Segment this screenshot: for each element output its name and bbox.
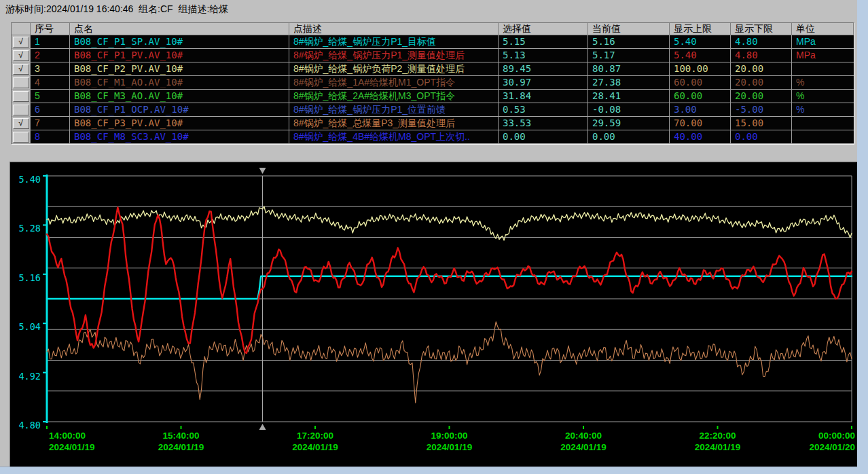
x-axis-date-label: 2024/01/19 <box>49 442 95 452</box>
point-name: B08_CF_M3_AO.AV_10# <box>70 90 289 103</box>
y-axis-label: 5.16 <box>18 272 41 283</box>
window-right-edge <box>857 0 868 474</box>
point-desc: 8#锅炉_给煤_锅炉压力P1_目标值 <box>289 35 499 48</box>
table-row[interactable]: 4B08_CF_M1_AO.AV_10#8#锅炉_给煤_1A#给煤机M1_OPT… <box>12 76 854 90</box>
point-name: B08_CF_P1_PV.AV_10# <box>70 49 289 62</box>
display-lo-limit: 20.00 <box>731 62 792 75</box>
x-axis-date-label: 2024/01/19 <box>560 442 607 452</box>
row-index: 6 <box>31 103 70 116</box>
row-checkbox[interactable] <box>12 90 31 103</box>
row-index: 8 <box>31 130 70 143</box>
point-desc: 8#锅炉_给煤_4B#给煤机M8_OPT上次切.. <box>289 130 499 143</box>
point-desc: 8#锅炉_给煤_2A#给煤机M3_OPT指令 <box>289 90 499 103</box>
display-hi-limit: 3.00 <box>670 103 731 116</box>
display-hi-limit: 5.40 <box>670 49 731 62</box>
column-header-desc: 点描述 <box>289 23 499 35</box>
x-axis-date-label: 2024/01/19 <box>158 442 204 452</box>
unit-label: % <box>792 103 854 116</box>
trend-viewer-window: 游标时间:2024/01/19 16:40:46 组名:CF 组描述:给煤 序号… <box>0 0 868 474</box>
unit-label <box>792 62 854 75</box>
x-axis-date-label: 2024/01/19 <box>695 442 741 452</box>
point-name: B08_CF_P1_OCP.AV_10# <box>70 103 289 116</box>
column-header-lolimit: 显示下限 <box>731 23 792 35</box>
trend-chart[interactable]: 5.405.285.165.044.924.8014:00:002024/01/… <box>10 162 858 467</box>
point-name: B08_CF_P1_SP.AV_10# <box>70 35 289 48</box>
table-row[interactable]: 5B08_CF_M3_AO.AV_10#8#锅炉_给煤_2A#给煤机M3_OPT… <box>12 90 854 103</box>
table-row[interactable]: √2B08_CF_P1_PV.AV_10#8#锅炉_给煤_锅炉压力P1_测量值处… <box>12 49 854 62</box>
column-header-index: 序号 <box>31 23 70 35</box>
display-lo-limit: 0.00 <box>731 130 792 143</box>
points-table: 序号 点名 点描述 选择值 当前值 显示上限 显示下限 单位 √1B08_CF_… <box>11 22 854 145</box>
x-axis-date-label: 2024/01/19 <box>427 442 473 452</box>
selected-value: 0.53 <box>499 103 588 116</box>
current-value: 28.41 <box>588 90 670 103</box>
x-axis-time-label: 14:00:00 <box>49 431 86 441</box>
table-row[interactable]: 8B08_CF_M8_SC3.AV_10#8#锅炉_给煤_4B#给煤机M8_OP… <box>12 130 854 144</box>
x-axis-time-label: 15:40:00 <box>162 431 199 441</box>
trend-chart-svg[interactable]: 5.405.285.165.044.924.8014:00:002024/01/… <box>10 162 858 467</box>
trend-curve-P2_load <box>47 206 852 240</box>
point-desc: 8#锅炉_给煤_锅炉负荷P2_测量值处理后 <box>289 62 499 75</box>
unit-label: MPa <box>792 35 854 48</box>
row-checkbox[interactable] <box>12 76 31 89</box>
x-axis-time-label: 00:00:00 <box>818 431 855 441</box>
current-value: 80.87 <box>588 62 670 75</box>
row-index: 3 <box>31 62 70 75</box>
table-row[interactable]: √3B08_CF_P2_PV.AV_10#8#锅炉_给煤_锅炉负荷P2_测量值处… <box>12 62 854 76</box>
selected-value: 0.00 <box>499 130 588 143</box>
display-lo-limit: 15.00 <box>731 117 792 130</box>
column-header-curval: 当前值 <box>588 23 670 35</box>
x-axis-time-label: 17:20:00 <box>297 431 333 441</box>
unit-label: % <box>792 76 854 89</box>
current-value: 27.38 <box>588 76 670 89</box>
display-hi-limit: 40.00 <box>670 130 731 143</box>
y-axis-label: 5.28 <box>18 223 41 234</box>
unit-label: MPa <box>792 49 854 62</box>
point-desc: 8#锅炉_给煤_总煤量P3_测量值处理后 <box>289 117 499 130</box>
row-checkbox[interactable]: √ <box>12 62 31 75</box>
window-bottom-edge <box>0 467 857 474</box>
point-name: B08_CF_P3_PV.AV_10# <box>70 117 289 130</box>
x-axis-time-label: 19:00:00 <box>431 431 467 441</box>
y-axis-label: 5.40 <box>18 174 41 185</box>
trend-curve-P1_PV_pressure <box>47 207 852 353</box>
display-hi-limit: 5.40 <box>670 35 731 48</box>
current-value: 5.17 <box>588 49 670 62</box>
unit-label: % <box>792 90 854 103</box>
row-checkbox[interactable] <box>12 103 31 116</box>
cursor-handle-top[interactable] <box>259 168 266 174</box>
row-checkbox[interactable]: √ <box>12 35 31 48</box>
x-axis-time-label: 20:40:00 <box>565 431 602 441</box>
table-row[interactable]: √1B08_CF_P1_SP.AV_10#8#锅炉_给煤_锅炉压力P1_目标值5… <box>12 35 854 49</box>
checkbox-column-header <box>12 23 31 35</box>
y-axis-label: 5.04 <box>18 321 41 332</box>
x-axis-date-label: 2024/01/20 <box>809 442 855 452</box>
row-index: 5 <box>31 90 70 103</box>
selected-value: 5.15 <box>499 35 588 48</box>
display-lo-limit: 4.80 <box>731 49 792 62</box>
cursor-time-label: 游标时间:2024/01/19 16:40:46 组名:CF 组描述:给煤 <box>5 3 228 16</box>
row-checkbox[interactable]: √ <box>12 49 31 62</box>
display-hi-limit: 60.00 <box>670 76 731 89</box>
current-value: -0.08 <box>588 103 670 116</box>
selected-value: 89.45 <box>499 62 588 75</box>
row-index: 4 <box>31 76 70 89</box>
current-value: 29.59 <box>588 117 670 130</box>
cursor-handle-bottom[interactable] <box>259 424 266 430</box>
table-row[interactable]: √7B08_CF_P3_PV.AV_10#8#锅炉_给煤_总煤量P3_测量值处理… <box>12 117 854 130</box>
y-axis-label: 4.92 <box>18 371 41 382</box>
row-checkbox[interactable] <box>12 130 31 143</box>
display-hi-limit: 70.00 <box>670 117 731 130</box>
row-checkbox[interactable]: √ <box>12 117 31 130</box>
column-header-name: 点名 <box>70 23 289 35</box>
selected-value: 31.84 <box>499 90 588 103</box>
display-hi-limit: 100.00 <box>670 62 731 75</box>
current-value: 5.16 <box>588 35 670 48</box>
table-row[interactable]: 6B08_CF_P1_OCP.AV_10#8#锅炉_给煤_锅炉压力P1_位置前馈… <box>12 103 854 117</box>
point-name: B08_CF_M8_SC3.AV_10# <box>70 130 289 143</box>
point-desc: 8#锅炉_给煤_锅炉压力P1_测量值处理后 <box>289 49 499 62</box>
display-lo-limit: -5.00 <box>731 103 792 116</box>
row-index: 2 <box>31 49 70 62</box>
point-name: B08_CF_M1_AO.AV_10# <box>70 76 289 89</box>
display-lo-limit: 4.80 <box>731 35 792 48</box>
